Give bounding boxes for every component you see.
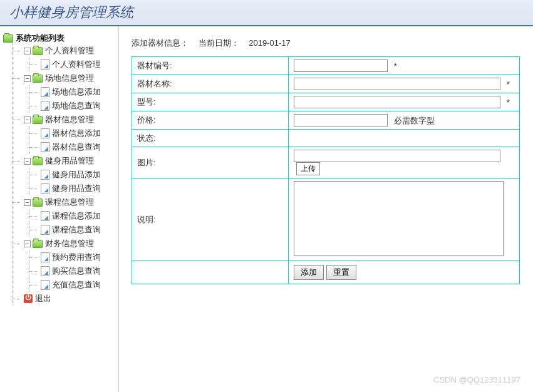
info-prefix: 添加器材信息： <box>132 38 189 48</box>
header: 小样健身房管理系统 <box>0 0 533 26</box>
tree-leaf-3-0[interactable]: 健身用品添加 <box>29 168 115 182</box>
page-icon <box>41 142 49 152</box>
label-equip-no: 器材编号: <box>132 57 289 75</box>
tree-group-1[interactable]: −场地信息管理 <box>13 71 115 85</box>
tree-leaf-label: 充值信息查询 <box>52 279 101 291</box>
sidebar: 系统功能列表 −个人资料管理个人资料管理−场地信息管理场地信息添加场地信息查询−… <box>0 26 119 392</box>
expand-icon[interactable]: − <box>24 158 31 165</box>
tree-leaf-2-1[interactable]: 器材信息查询 <box>29 140 115 154</box>
tree-leaf-label: 购买信息查询 <box>52 266 101 277</box>
label-image: 图片: <box>132 147 289 178</box>
tree-exit-label: 退出 <box>35 293 51 304</box>
page-icon <box>41 128 49 138</box>
label-model: 型号: <box>132 93 289 111</box>
tree-group-label: 财务信息管理 <box>45 238 94 249</box>
add-button[interactable]: 添加 <box>294 265 324 280</box>
page-icon <box>41 211 49 221</box>
folder-open-icon <box>33 47 43 55</box>
tree-group-label: 课程信息管理 <box>45 197 94 208</box>
folder-open-icon <box>33 75 43 83</box>
folder-open-icon <box>33 157 43 165</box>
upload-button[interactable]: 上传 <box>296 162 320 175</box>
tree-leaf-1-0[interactable]: 场地信息添加 <box>29 85 115 99</box>
tree-leaf-label: 个人资料管理 <box>52 59 101 70</box>
page-icon <box>41 266 49 276</box>
tree-group-2[interactable]: −器材信息管理 <box>13 113 115 126</box>
tree-leaf-2-0[interactable]: 器材信息添加 <box>29 126 115 140</box>
watermark: CSDN @QQ123311197 <box>433 375 520 384</box>
main-content: 添加器材信息： 当前日期： 2019-01-17 器材编号: * 器材名称: * <box>119 26 533 392</box>
tree-leaf-4-1[interactable]: 课程信息查询 <box>29 223 115 237</box>
tree-group-label: 个人资料管理 <box>45 45 94 56</box>
folder-open-icon <box>33 240 43 248</box>
tree-leaf-3-1[interactable]: 健身用品查询 <box>29 182 115 195</box>
page-icon <box>41 87 49 97</box>
tree-group-label: 健身用品管理 <box>45 155 94 167</box>
tree-leaf-5-1[interactable]: 购买信息查询 <box>29 264 115 278</box>
form-table: 器材编号: * 器材名称: * 型号: * <box>132 56 520 284</box>
tree-leaf-1-1[interactable]: 场地信息查询 <box>29 99 115 113</box>
tree-leaf-label: 课程信息查询 <box>52 224 101 235</box>
tree-leaf-0-0[interactable]: 个人资料管理 <box>29 58 115 71</box>
tree-group-3[interactable]: −健身用品管理 <box>13 154 115 168</box>
expand-icon[interactable]: − <box>24 240 31 247</box>
folder-open-icon <box>33 199 43 207</box>
date-value: 2019-01-17 <box>249 38 291 48</box>
label-desc: 说明: <box>132 178 289 261</box>
hint-equip-no: * <box>394 61 397 71</box>
expand-icon[interactable]: − <box>24 199 31 206</box>
tree-leaf-label: 健身用品查询 <box>52 183 101 194</box>
tree-leaf-label: 场地信息添加 <box>52 86 101 98</box>
tree-group-5[interactable]: −财务信息管理 <box>13 237 115 250</box>
page-icon <box>41 225 49 235</box>
page-icon <box>41 252 49 262</box>
label-price: 价格: <box>132 111 289 130</box>
expand-icon[interactable]: − <box>24 48 31 54</box>
tree-group-0[interactable]: −个人资料管理 <box>13 44 115 58</box>
input-image[interactable] <box>294 150 500 162</box>
tree-leaf-label: 器材信息查询 <box>52 142 101 153</box>
tree-group-4[interactable]: −课程信息管理 <box>13 195 115 209</box>
page-icon <box>41 59 49 70</box>
tree-root[interactable]: 系统功能列表 <box>3 33 115 44</box>
tree-group-label: 器材信息管理 <box>45 114 94 125</box>
textarea-desc[interactable] <box>294 181 504 256</box>
info-line: 添加器材信息： 当前日期： 2019-01-17 <box>132 38 533 49</box>
label-status: 状态: <box>132 130 289 147</box>
expand-icon[interactable]: − <box>24 116 31 123</box>
page-icon <box>41 280 49 290</box>
expand-icon[interactable]: − <box>24 75 31 82</box>
tree-leaf-5-0[interactable]: 预约费用查询 <box>29 250 115 264</box>
tree-leaf-label: 课程信息添加 <box>52 210 101 222</box>
tree-leaf-label: 器材信息添加 <box>52 128 101 139</box>
hint-price: 必需数字型 <box>394 116 435 125</box>
label-equip-name: 器材名称: <box>132 75 289 93</box>
input-model[interactable] <box>294 96 500 108</box>
exit-icon <box>24 294 33 303</box>
tree-exit[interactable]: 退出 <box>13 292 115 306</box>
tree-leaf-label: 预约费用查询 <box>52 252 101 263</box>
page-icon <box>41 101 49 111</box>
tree-leaf-label: 场地信息查询 <box>52 100 101 111</box>
input-price[interactable] <box>294 114 388 126</box>
tree-leaf-5-2[interactable]: 充值信息查询 <box>29 278 115 292</box>
tree-leaf-label: 健身用品添加 <box>52 169 101 180</box>
page-icon <box>41 183 49 193</box>
folder-open-icon <box>3 34 13 43</box>
tree-group-label: 场地信息管理 <box>45 73 94 84</box>
input-equip-name[interactable] <box>294 78 500 90</box>
page-icon <box>41 170 49 180</box>
tree-leaf-4-0[interactable]: 课程信息添加 <box>29 209 115 223</box>
hint-equip-name: * <box>507 80 510 89</box>
date-label: 当前日期： <box>199 38 239 48</box>
input-equip-no[interactable] <box>294 59 388 72</box>
hint-model: * <box>507 98 510 107</box>
tree-root-label: 系统功能列表 <box>16 33 65 44</box>
reset-button[interactable]: 重置 <box>326 265 356 280</box>
folder-open-icon <box>33 116 43 124</box>
page-title: 小样健身房管理系统 <box>9 3 133 22</box>
